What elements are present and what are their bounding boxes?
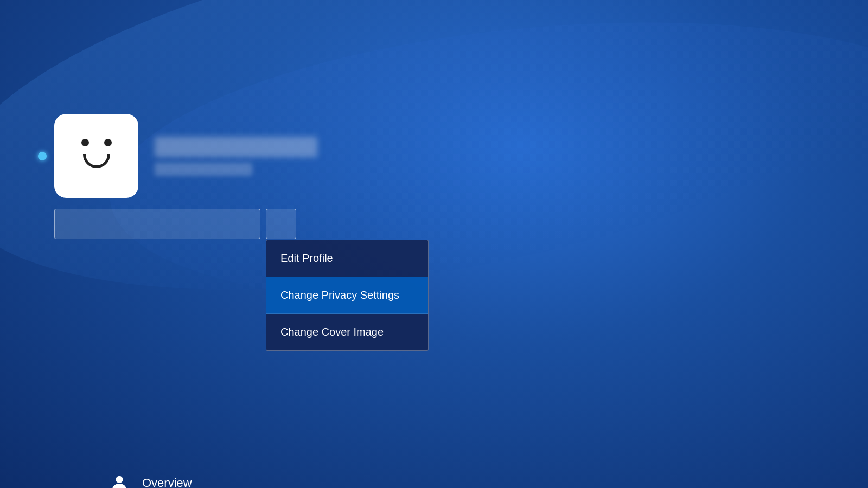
dropdown-item-edit-profile[interactable]: Edit Profile — [266, 240, 428, 277]
profile-section — [54, 114, 317, 198]
bottom-section: OverviewGamesFriendsMediaRecent Activiti… — [54, 209, 835, 488]
action-row — [54, 209, 835, 239]
face-eye-right — [104, 139, 112, 146]
left-nav: OverviewGamesFriendsMediaRecent Activiti… — [108, 464, 315, 488]
online-indicator — [38, 152, 47, 160]
dropdown-menu: Edit ProfileChange Privacy SettingsChang… — [266, 240, 429, 351]
dropdown-item-change-cover[interactable]: Change Cover Image — [266, 314, 428, 350]
avatar — [54, 114, 138, 198]
set-online-status-button[interactable] — [54, 209, 260, 239]
more-options-button[interactable] — [266, 209, 296, 239]
nav-item-label-overview: Overview — [142, 476, 192, 488]
nav-item-overview[interactable]: Overview — [108, 464, 315, 488]
psn-id-blur — [155, 163, 252, 176]
face-eye-left — [81, 139, 89, 146]
profile-info — [155, 137, 317, 176]
profile-divider — [54, 201, 835, 201]
svg-point-0 — [116, 476, 123, 483]
face-smile — [83, 154, 110, 168]
username-blur — [155, 137, 317, 157]
face-eyes — [69, 139, 124, 146]
dropdown-item-change-privacy[interactable]: Change Privacy Settings — [266, 277, 428, 314]
person-icon — [108, 472, 130, 488]
avatar-face — [69, 129, 124, 183]
